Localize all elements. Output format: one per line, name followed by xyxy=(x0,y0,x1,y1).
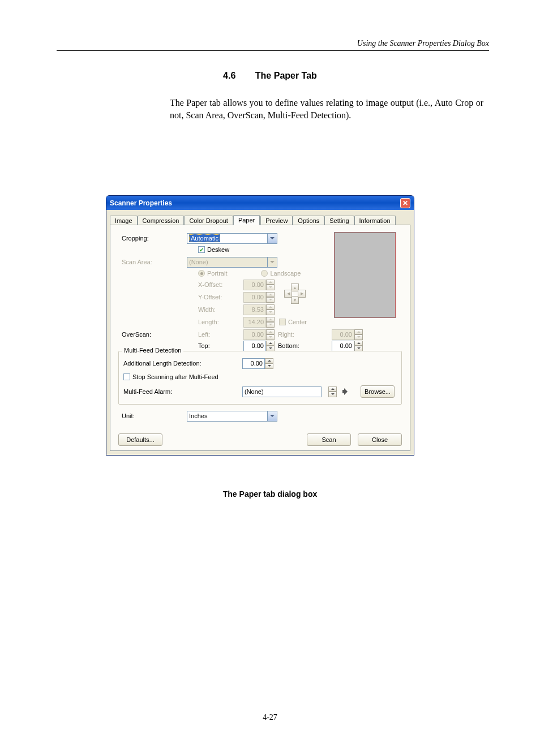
alarm-value: (None) xyxy=(245,388,264,395)
bottom-label: Bottom: xyxy=(278,342,309,349)
xoffset-label: X-Offset: xyxy=(198,281,243,288)
top-spinner[interactable]: 0.00 xyxy=(243,341,275,351)
left-label: Left: xyxy=(198,331,243,338)
right-label: Right: xyxy=(278,331,309,338)
right-spinner: 0.00 xyxy=(332,329,363,340)
offset-nav: ▲ ▼ ◀ ▶ xyxy=(286,284,304,302)
landscape-radio: Landscape xyxy=(261,270,301,277)
scanner-properties-dialog: Scanner Properties ✕ Image Compression C… xyxy=(106,195,414,456)
footer-buttons: Defaults... Scan Close xyxy=(118,433,402,446)
section-body: The Paper tab allows you to define value… xyxy=(170,97,483,121)
left-spinner: 0.00 xyxy=(243,329,275,340)
width-spinner: 8.53 xyxy=(243,304,275,315)
header-right: Using the Scanner Properties Dialog Box xyxy=(357,39,489,48)
center-checkbox: Center xyxy=(279,319,307,325)
addlen-label: Additional Length Detection: xyxy=(123,360,242,367)
scanarea-select: (None) xyxy=(187,257,277,268)
nav-right-icon: ▶ xyxy=(298,290,306,298)
page-header: Using the Scanner Properties Dialog Box xyxy=(57,0,489,51)
addlen-spinner[interactable]: 0.00 xyxy=(242,358,273,369)
figure-caption: The Paper tab dialog box xyxy=(0,489,540,499)
yoffset-label: Y-Offset: xyxy=(198,294,243,300)
section-title: The Paper Tab xyxy=(255,71,317,80)
tab-options[interactable]: Options xyxy=(293,216,324,225)
tab-setting[interactable]: Setting xyxy=(324,216,354,225)
cropping-label: Cropping: xyxy=(122,235,187,242)
xoffset-spinner: 0.00 xyxy=(243,280,275,290)
dropdown-arrow-icon[interactable] xyxy=(267,234,277,243)
scan-button[interactable]: Scan xyxy=(307,433,351,446)
section-heading: 4.6 The Paper Tab xyxy=(0,71,540,81)
titlebar[interactable]: Scanner Properties ✕ xyxy=(106,196,414,210)
tab-image[interactable]: Image xyxy=(110,216,138,225)
tab-color-dropout[interactable]: Color Dropout xyxy=(184,216,233,225)
alarm-label: Multi-Feed Alarm: xyxy=(123,388,242,395)
preview-area xyxy=(334,232,396,318)
dropdown-arrow-icon xyxy=(267,257,277,267)
unit-label: Unit: xyxy=(122,413,187,419)
tab-paper[interactable]: Paper xyxy=(233,215,260,225)
section-number: 4.6 xyxy=(223,71,235,80)
alarm-select[interactable]: (None) xyxy=(242,386,322,397)
length-spinner: 14.20 xyxy=(243,317,275,328)
tab-preview[interactable]: Preview xyxy=(260,216,293,225)
top-label: Top: xyxy=(198,342,243,349)
multi-feed-group: Multi-Feed Detection Additional Length D… xyxy=(118,351,402,405)
scanarea-label: Scan Area: xyxy=(122,259,187,265)
scanarea-value: (None) xyxy=(189,259,208,265)
tab-information[interactable]: Information xyxy=(354,216,396,225)
group-title: Multi-Feed Detection xyxy=(122,347,183,354)
cropping-value: Automatic xyxy=(189,234,220,242)
close-button[interactable]: Close xyxy=(358,433,402,446)
dropdown-arrow-icon[interactable] xyxy=(267,411,277,421)
cropping-select[interactable]: Automatic xyxy=(187,233,277,244)
nav-left-icon: ◀ xyxy=(284,290,292,298)
tab-strip: Image Compression Color Dropout Paper Pr… xyxy=(110,213,410,225)
paper-panel: Cropping: Automatic ✔Deskew Scan Area: (… xyxy=(110,225,410,451)
bottom-spinner[interactable]: 0.00 xyxy=(332,341,363,351)
tab-compression[interactable]: Compression xyxy=(138,216,185,225)
close-icon[interactable]: ✕ xyxy=(400,198,410,208)
length-label: Length: xyxy=(198,319,243,325)
unit-select[interactable]: Inches xyxy=(187,411,277,422)
overscan-label: OverScan: xyxy=(122,331,187,338)
window-title: Scanner Properties xyxy=(110,199,172,207)
yoffset-spinner: 0.00 xyxy=(243,292,275,303)
deskew-checkbox[interactable]: ✔Deskew xyxy=(198,246,229,253)
unit-value: Inches xyxy=(189,413,207,419)
browse-button[interactable]: Browse... xyxy=(361,385,395,398)
page-number: 4-27 xyxy=(0,713,540,722)
stopscan-checkbox[interactable]: Stop Scanning after Multi-Feed xyxy=(123,373,218,380)
portrait-radio: Portrait xyxy=(198,270,227,277)
speaker-icon[interactable] xyxy=(341,387,350,396)
alarm-spinner[interactable] xyxy=(328,386,337,397)
defaults-button[interactable]: Defaults... xyxy=(118,433,162,446)
width-label: Width: xyxy=(198,306,243,313)
